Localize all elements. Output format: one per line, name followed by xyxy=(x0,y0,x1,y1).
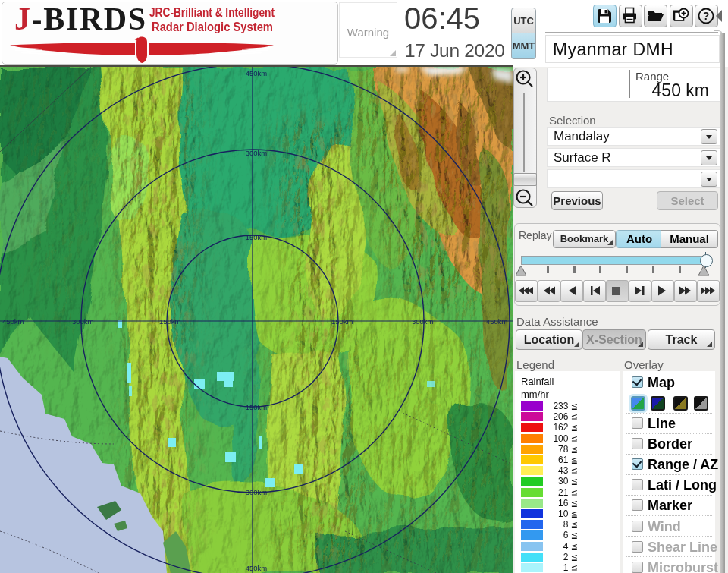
svg-text:300km: 300km xyxy=(72,317,94,326)
svg-text:450km: 450km xyxy=(486,317,508,326)
svg-text:300km: 300km xyxy=(412,317,434,326)
svg-text:300km: 300km xyxy=(246,149,268,157)
svg-text:J-BIRDS: J-BIRDS xyxy=(14,2,146,36)
svg-text:450km: 450km xyxy=(246,564,268,572)
svg-text:150km: 150km xyxy=(331,317,353,326)
svg-text:450km: 450km xyxy=(246,69,268,77)
svg-text:?: ? xyxy=(703,10,710,22)
svg-text:150km: 150km xyxy=(246,403,268,411)
svg-text:JRC-Brilliant & Intelligent: JRC-Brilliant & Intelligent xyxy=(149,6,275,19)
svg-text:450km: 450km xyxy=(2,317,24,326)
svg-text:300km: 300km xyxy=(246,488,268,496)
svg-text:150km: 150km xyxy=(159,317,181,326)
svg-text:150km: 150km xyxy=(246,233,268,241)
svg-text:Radar Dialogic System: Radar Dialogic System xyxy=(152,20,273,33)
